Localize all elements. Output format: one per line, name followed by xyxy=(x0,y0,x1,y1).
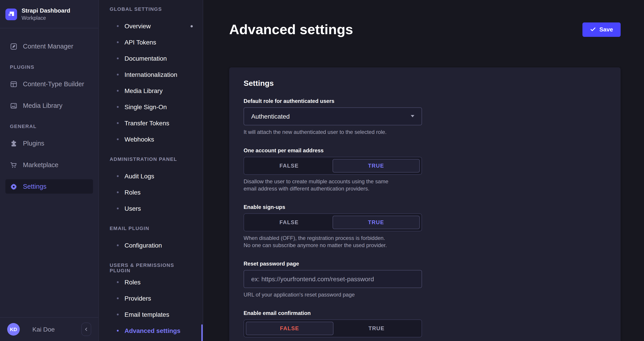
bullet-icon xyxy=(117,138,119,140)
subnav-header-email-plugin: EMAIL PLUGIN xyxy=(99,226,203,232)
nav-item-label: Content Manager xyxy=(23,43,73,50)
save-button-label: Save xyxy=(599,26,613,33)
page-header: Advanced settings Save xyxy=(229,12,621,47)
subnav-scrollbar-thumb[interactable] xyxy=(201,324,203,341)
subnav-item-admin-users[interactable]: Users xyxy=(99,200,203,216)
nav-item-settings[interactable]: Settings xyxy=(6,179,93,194)
marketplace-cart-icon xyxy=(10,161,18,169)
subnav-item-label: Media Library xyxy=(124,87,163,94)
field-hint: Disallow the user to create multiple acc… xyxy=(244,178,392,192)
main-sidebar: Strapi Dashboard Workplace Content Manag… xyxy=(0,0,99,341)
nav-item-media-library[interactable]: Media Library xyxy=(6,98,93,113)
toggle-option-false[interactable]: FALSE xyxy=(246,216,332,229)
reset-password-input[interactable] xyxy=(251,275,414,282)
nav-item-label: Plugins xyxy=(23,140,44,147)
content-manager-icon xyxy=(10,42,18,50)
field-one-account-per-email: One account per email address FALSE TRUE… xyxy=(244,147,422,192)
bullet-icon xyxy=(117,330,119,332)
toggle-option-true[interactable]: TRUE xyxy=(332,216,420,229)
field-enable-email-confirmation: Enable email confirmation FALSE TRUE Whe… xyxy=(244,310,422,341)
subnav-item-admin-roles[interactable]: Roles xyxy=(99,184,203,200)
subnav-item-email-configuration[interactable]: Configuration xyxy=(99,237,203,254)
subnav-item-label: Audit Logs xyxy=(124,172,154,180)
subnav-item-label: Roles xyxy=(124,189,141,196)
subnav-item-documentation[interactable]: Documentation xyxy=(99,50,203,66)
content-type-builder-icon xyxy=(10,80,18,88)
subnav-item-label: Internationalization xyxy=(124,71,177,78)
subnav-item-label: Users xyxy=(124,205,141,212)
field-hint: When disabled (OFF), the registration pr… xyxy=(244,234,392,249)
check-icon xyxy=(590,27,596,32)
nav-item-label: Marketplace xyxy=(23,161,58,168)
panel-heading: Settings xyxy=(244,79,606,88)
bullet-icon xyxy=(117,58,119,59)
settings-gear-icon xyxy=(10,183,18,190)
subnav-item-providers[interactable]: Providers xyxy=(99,290,203,306)
enable-email-confirmation-toggle: FALSE TRUE xyxy=(244,319,422,337)
workspace-title: Strapi Dashboard xyxy=(22,8,70,14)
sidebar-footer: KD Kai Doe xyxy=(0,317,98,341)
subnav-item-label: Documentation xyxy=(124,55,167,62)
notification-dot xyxy=(190,25,193,27)
subnav-item-advanced-settings[interactable]: Advanced settings xyxy=(99,322,203,339)
subnav-item-api-tokens[interactable]: API Tokens xyxy=(99,34,203,50)
subnav-item-email-templates[interactable]: Email templates xyxy=(99,306,203,322)
subnav-item-transfer-tokens[interactable]: Transfer Tokens xyxy=(99,115,203,131)
workspace-subtitle: Workplace xyxy=(22,15,70,21)
subnav-item-label: Providers xyxy=(124,295,151,302)
subnav-item-label: Single Sign-On xyxy=(124,103,167,110)
strapi-logo-icon xyxy=(6,8,17,20)
subnav-item-overview[interactable]: Overview xyxy=(99,18,203,34)
page-title: Advanced settings xyxy=(229,22,353,38)
nav-item-content-manager[interactable]: Content Manager xyxy=(6,39,93,54)
nav-section-header-plugins: PLUGINS xyxy=(10,64,88,70)
strapi-admin-app: Strapi Dashboard Workplace Content Manag… xyxy=(0,0,644,341)
media-library-icon xyxy=(10,102,18,110)
field-hint: URL of your application's reset password… xyxy=(244,291,422,298)
nav-item-label: Media Library xyxy=(23,102,62,109)
bullet-icon xyxy=(117,175,119,177)
toggle-option-false[interactable]: FALSE xyxy=(246,322,333,335)
nav-item-content-type-builder[interactable]: Content-Type Builder xyxy=(6,77,93,91)
subnav-item-single-sign-on[interactable]: Single Sign-On xyxy=(99,99,203,115)
nav-item-marketplace[interactable]: Marketplace xyxy=(6,158,93,172)
workspace-brand[interactable]: Strapi Dashboard Workplace xyxy=(0,0,98,28)
plugins-icon xyxy=(10,140,18,147)
toggle-option-true[interactable]: TRUE xyxy=(333,322,420,335)
subnav-item-media-library[interactable]: Media Library xyxy=(99,83,203,99)
user-avatar[interactable]: KD xyxy=(7,323,20,336)
bullet-icon xyxy=(117,25,119,27)
field-reset-password-page: Reset password page URL of your applicat… xyxy=(244,260,422,298)
subnav-item-label: Transfer Tokens xyxy=(124,120,169,127)
main-nav: Content Manager PLUGINS Content-Type Bui… xyxy=(0,28,98,194)
subnav-header-global-settings: GLOBAL SETTINGS xyxy=(99,6,203,12)
subnav-header-administration-panel: ADMINISTRATION PANEL xyxy=(99,156,203,163)
user-name: Kai Doe xyxy=(32,326,81,333)
settings-subnav: GLOBAL SETTINGS Overview API Tokens Docu… xyxy=(99,0,203,341)
toggle-option-true[interactable]: TRUE xyxy=(332,159,420,172)
main-content: Advanced settings Save Settings Default … xyxy=(203,0,644,341)
field-label: One account per email address xyxy=(244,147,422,154)
nav-item-plugins[interactable]: Plugins xyxy=(6,136,93,150)
nav-item-label: Settings xyxy=(23,183,46,190)
nav-section-header-general: GENERAL xyxy=(10,124,88,130)
toggle-option-false[interactable]: FALSE xyxy=(246,159,332,172)
chevron-down-icon xyxy=(411,115,414,117)
subnav-item-webhooks[interactable]: Webhooks xyxy=(99,131,203,147)
sidebar-collapse-button[interactable] xyxy=(81,322,91,336)
field-label: Reset password page xyxy=(244,260,422,267)
default-role-select[interactable]: Authenticated xyxy=(244,107,422,125)
subnav-item-label: Configuration xyxy=(124,242,162,249)
subnav-item-label: Email templates xyxy=(124,311,169,318)
field-default-role: Default role for authenticated users Aut… xyxy=(244,98,422,136)
save-button[interactable]: Save xyxy=(582,22,621,37)
bullet-icon xyxy=(117,298,119,299)
field-enable-sign-ups: Enable sign-ups FALSE TRUE When disabled… xyxy=(244,204,422,249)
subnav-item-label: Webhooks xyxy=(124,136,154,143)
subnav-item-internationalization[interactable]: Internationalization xyxy=(99,66,203,83)
subnav-item-audit-logs[interactable]: Audit Logs xyxy=(99,168,203,184)
bullet-icon xyxy=(117,192,119,193)
subnav-item-up-roles[interactable]: Roles xyxy=(99,274,203,290)
field-label: Default role for authenticated users xyxy=(244,98,422,104)
subnav-item-label: Advanced settings xyxy=(124,327,180,334)
